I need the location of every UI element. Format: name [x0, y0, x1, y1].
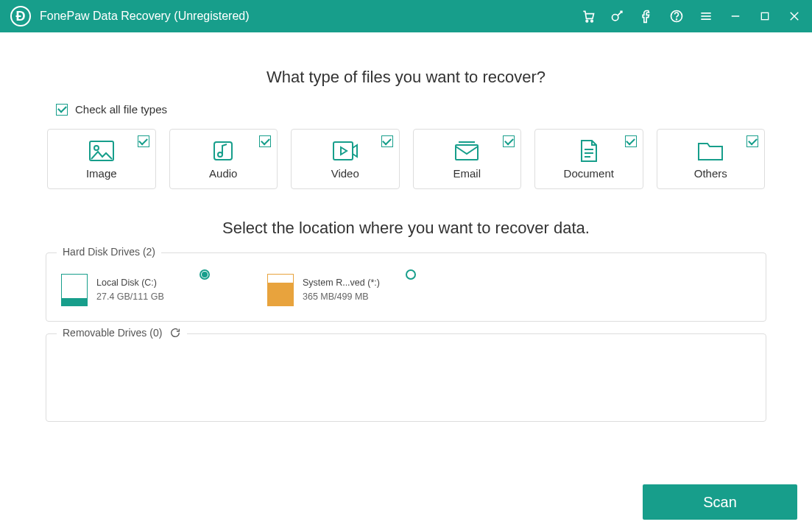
app-title: FonePaw Data Recovery (Unregistered) — [40, 10, 250, 23]
svg-point-0 — [586, 20, 588, 22]
filetype-checkbox-video[interactable] — [381, 135, 393, 147]
titlebar: Ð FonePaw Data Recovery (Unregistered) — [0, 0, 812, 32]
menu-icon[interactable] — [699, 9, 713, 24]
removable-label-text: Removable Drives (0) — [63, 327, 162, 339]
removable-drives-section: Removable Drives (0) — [46, 333, 766, 422]
email-icon — [454, 139, 479, 163]
filetype-card-audio[interactable]: Audio — [169, 129, 278, 189]
cart-icon[interactable] — [581, 9, 596, 24]
image-icon — [88, 139, 115, 163]
svg-rect-18 — [456, 145, 478, 160]
filetype-label-audio: Audio — [209, 167, 237, 180]
filetype-checkbox-others[interactable] — [746, 135, 758, 147]
drive-icon-local-c — [61, 274, 88, 306]
check-all-label: Check all file types — [75, 103, 167, 116]
hard-disk-label-text: Hard Disk Drives (2) — [63, 246, 155, 258]
maximize-icon[interactable] — [758, 9, 772, 24]
removable-section-label: Removable Drives (0) — [57, 327, 187, 339]
drive-size-system-reserved: 365 MB/499 MB — [303, 290, 380, 304]
check-all-row[interactable]: Check all file types — [0, 103, 812, 116]
titlebar-icons — [581, 9, 802, 24]
key-icon[interactable] — [610, 9, 625, 24]
document-icon — [579, 139, 599, 163]
drive-icon-system-reserved — [267, 274, 294, 306]
filetype-checkbox-image[interactable] — [138, 135, 149, 147]
audio-icon — [212, 139, 234, 163]
filetype-checkbox-audio[interactable] — [259, 135, 271, 147]
filetype-card-others[interactable]: Others — [657, 129, 766, 189]
drive-name-system-reserved: System R...ved (*:) — [303, 276, 380, 290]
facebook-icon[interactable] — [640, 9, 654, 24]
svg-rect-16 — [333, 142, 353, 160]
folder-icon — [697, 139, 724, 163]
filetype-checkbox-email[interactable] — [503, 135, 515, 147]
drive-info-local-c: Local Disk (C:) 27.4 GB/111 GB — [96, 276, 164, 304]
filetype-label-email: Email — [453, 167, 481, 180]
files-heading: What type of files you want to recover? — [0, 68, 812, 87]
drive-info-system-reserved: System R...ved (*:) 365 MB/499 MB — [303, 276, 380, 304]
drive-system-reserved[interactable]: System R...ved (*:) 365 MB/499 MB — [267, 274, 414, 306]
drive-radio-local-c[interactable] — [200, 269, 210, 280]
help-icon[interactable] — [669, 9, 684, 24]
svg-rect-9 — [761, 13, 768, 19]
drive-local-c[interactable]: Local Disk (C:) 27.4 GB/111 GB — [61, 274, 208, 306]
drive-name-local-c: Local Disk (C:) — [96, 276, 164, 290]
scan-button[interactable]: Scan — [643, 484, 797, 520]
video-icon — [332, 139, 359, 163]
refresh-icon[interactable] — [169, 327, 181, 339]
svg-marker-17 — [341, 147, 347, 155]
hard-disk-section-label: Hard Disk Drives (2) — [57, 246, 161, 258]
filetype-card-image[interactable]: Image — [47, 129, 156, 189]
drive-radio-system-reserved[interactable] — [406, 269, 416, 280]
filetype-card-video[interactable]: Video — [291, 129, 400, 189]
filetype-card-email[interactable]: Email — [413, 129, 522, 189]
filetype-label-image: Image — [86, 167, 117, 180]
filetype-label-others: Others — [694, 167, 727, 180]
check-all-checkbox[interactable] — [56, 104, 68, 116]
file-type-cards: Image Audio Video Email Document Ot — [0, 129, 812, 189]
svg-point-2 — [612, 15, 618, 21]
svg-point-1 — [591, 20, 593, 22]
svg-point-13 — [94, 146, 99, 150]
filetype-label-document: Document — [564, 167, 614, 180]
drive-size-local-c: 27.4 GB/111 GB — [96, 290, 164, 304]
svg-point-4 — [677, 19, 677, 20]
minimize-icon[interactable] — [728, 9, 743, 24]
filetype-label-video: Video — [331, 167, 359, 180]
filetype-checkbox-document[interactable] — [625, 135, 637, 147]
filetype-card-document[interactable]: Document — [534, 129, 643, 189]
hard-disk-drives-section: Hard Disk Drives (2) Local Disk (C:) 27.… — [46, 252, 766, 322]
app-logo: Ð — [10, 6, 31, 26]
close-icon[interactable] — [787, 9, 802, 24]
location-heading: Select the location where you want to re… — [0, 219, 812, 238]
